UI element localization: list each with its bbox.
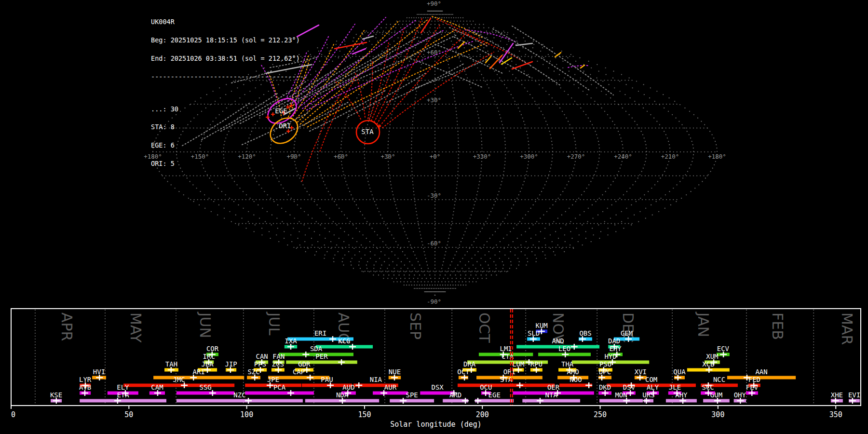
shower-label: ORI	[503, 368, 515, 376]
shower-label: SLD	[528, 329, 540, 337]
longitude-label: +60°	[334, 153, 348, 160]
month-label: OCT	[476, 312, 493, 343]
radiant-label: STA	[361, 128, 374, 136]
shower-label: DRA	[463, 360, 476, 368]
shower-label: XUM	[706, 353, 718, 360]
month-label: MAY	[127, 312, 144, 343]
shower-label: EVI	[848, 391, 860, 399]
shower-nue: NUE	[389, 368, 401, 380]
shower-ohy: OHY	[734, 391, 746, 404]
shower-label: AAN	[755, 368, 767, 376]
shower-bar	[599, 399, 643, 403]
station-id: UK004R	[151, 19, 308, 25]
shower-rpu: RPU	[530, 360, 542, 373]
month-label: FEB	[769, 312, 786, 340]
shower-label: KSE	[50, 391, 62, 399]
month-label: JAN	[695, 312, 712, 337]
shower-label: COM	[645, 376, 657, 383]
header-separator: ----------------------------------------	[151, 74, 308, 80]
meteor-streak	[363, 36, 373, 39]
latitude-label: -60°	[427, 240, 441, 247]
longitude-label: +300°	[520, 153, 538, 160]
longitude-label: +30°	[380, 153, 395, 160]
shower-bar	[80, 399, 166, 403]
shower-dkd: DKD	[598, 383, 611, 396]
meteor-streak	[500, 43, 513, 63]
shower-bar	[727, 376, 796, 380]
meteor-trail-dotted	[435, 44, 502, 73]
x-tick-label: 350	[829, 410, 842, 419]
shower-bar	[153, 376, 244, 380]
shower-label: EGE	[488, 391, 501, 399]
shower-evi: EVI	[848, 391, 860, 404]
shower-szc: SZC	[247, 368, 260, 380]
shower-label: QUA	[673, 368, 686, 376]
shower-label: NIA	[370, 376, 382, 383]
meteor-trail-dotted	[474, 32, 560, 85]
meteor-trail-dotted	[368, 62, 372, 119]
shower-label: NUE	[389, 368, 401, 376]
count-sporadic: ...: 30	[151, 106, 308, 112]
shower-label: ETA	[117, 391, 129, 399]
shower-jip: JIP	[225, 360, 237, 373]
shower-label: PSU	[599, 360, 611, 368]
shower-label: IRC	[203, 353, 215, 360]
shower-label: URS	[642, 391, 654, 399]
shower-bar	[390, 399, 434, 403]
month-label: APR	[58, 312, 75, 341]
shower-label: PCA	[273, 383, 286, 391]
shower-label: LYR	[79, 376, 92, 383]
radiant-map-app: UK004R Beg: 20251025 18:15:15 (sol = 212…	[0, 0, 868, 434]
latitude-label: -30°	[427, 192, 441, 199]
x-tick-label: 200	[476, 410, 489, 419]
shower-label: GDR	[298, 360, 311, 368]
meteor-trail-dotted	[493, 29, 589, 90]
shower-label: OHY	[734, 391, 746, 399]
longitude-label: +330°	[473, 153, 491, 160]
shower-label: NDA	[336, 391, 349, 399]
shower-bar	[522, 399, 580, 403]
meteor-trail-dotted	[568, 66, 589, 68]
shower-label: JLE	[669, 383, 681, 391]
shower-bar	[316, 345, 373, 349]
x-tick-label: 300	[711, 410, 724, 419]
shower-label: AMO	[567, 368, 579, 376]
meteor-trail-dotted	[465, 30, 515, 41]
shower-zcs: ZCS	[271, 360, 285, 373]
shower-bar	[245, 392, 314, 395]
shower-label: ALY	[647, 383, 659, 391]
shower-label: TAH	[165, 360, 177, 368]
shower-label: GUM	[710, 391, 722, 399]
sky-map-and-timeline: +180°+150°+120°+90°+60°+30°+0°+330°+300°…	[0, 0, 868, 434]
shower-label: ARD	[449, 391, 461, 399]
shower-label: AUR	[384, 383, 397, 391]
meteor-trail-dotted	[302, 30, 445, 108]
shower-label: SZC	[247, 368, 259, 376]
latitude-label: +60°	[427, 49, 441, 56]
latitude-label: -90°	[427, 298, 441, 305]
shower-label: ERI	[314, 329, 326, 337]
x-tick-label: 0	[11, 410, 15, 419]
meteor-trail-dotted	[308, 42, 488, 127]
shower-xhe: XHE	[831, 391, 843, 404]
session-header: UK004R Beg: 20251025 18:15:15 (sol = 212…	[151, 7, 308, 191]
shower-label: AND	[552, 337, 564, 345]
shower-label: HYD	[604, 353, 616, 360]
shower-dpc: DPC	[598, 368, 611, 380]
shower-obs: OBS	[579, 329, 592, 342]
shower-bar	[176, 399, 303, 403]
shower-kse: KSE	[50, 391, 62, 404]
count-ege: EGE: 6	[151, 142, 308, 149]
shower-label: NCC	[713, 376, 725, 383]
shower-label: LUM	[512, 360, 524, 368]
shower-label: FAN	[272, 353, 285, 360]
meteor-trail-dotted	[374, 18, 422, 122]
x-tick-label: 100	[240, 410, 253, 419]
month-label: JUL	[266, 312, 283, 336]
shower-label: ECV	[717, 345, 730, 353]
shower-cam: CAM	[149, 383, 165, 396]
shower-sld: SLD	[527, 329, 540, 342]
count-ori: ORI: 5	[151, 161, 308, 167]
shower-label: JIP	[225, 360, 237, 368]
shower-label: OBS	[579, 329, 591, 337]
